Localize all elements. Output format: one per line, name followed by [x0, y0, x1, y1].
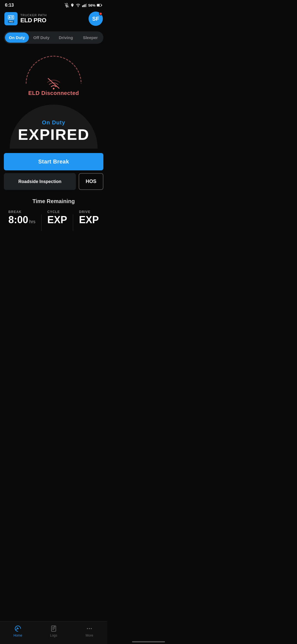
- cycle-value: EXP: [47, 215, 67, 225]
- action-buttons: Start Break Roadside Inspection HOS: [0, 153, 107, 190]
- app-header: PRO TRUCKER PATH ELD PRO SF: [0, 9, 107, 29]
- svg-rect-7: [86, 4, 87, 7]
- svg-rect-6: [85, 4, 86, 7]
- battery-icon: [97, 3, 102, 7]
- brand-name: TRUCKER PATH: [20, 13, 47, 17]
- svg-rect-5: [83, 5, 84, 7]
- divider-2: [73, 214, 73, 231]
- notification-badge: [99, 12, 102, 15]
- eld-disconnected-icon: [46, 77, 61, 90]
- eld-section: ELD Disconnected: [0, 44, 107, 99]
- time-remaining-title: Time Remaining: [6, 198, 102, 204]
- svg-rect-11: [9, 17, 10, 18]
- wifi-icon: [76, 3, 81, 7]
- divider-1: [41, 214, 42, 231]
- time-remaining-section: Time Remaining BREAK 8:00 hrs CYCLE EXP …: [0, 190, 107, 236]
- status-icons: 56%: [65, 3, 102, 7]
- svg-rect-9: [97, 4, 100, 6]
- location-icon: [70, 3, 74, 7]
- duty-tabs: On Duty Off Duty Driving Sleeper: [4, 31, 103, 44]
- svg-rect-12: [11, 17, 13, 17]
- status-label: On Duty: [42, 119, 65, 126]
- drive-label: DRIVE: [79, 210, 90, 214]
- avatar-initials: SF: [92, 16, 99, 22]
- signal-icon: [82, 3, 87, 7]
- svg-point-3: [78, 7, 78, 7]
- svg-rect-10: [8, 16, 14, 19]
- cycle-label: CYCLE: [47, 210, 60, 214]
- break-time-col: BREAK 8:00 hrs: [9, 210, 35, 225]
- tab-driving[interactable]: Driving: [54, 32, 78, 43]
- secondary-buttons: Roadside Inspection HOS: [4, 173, 103, 190]
- hos-button[interactable]: HOS: [79, 173, 103, 190]
- drive-time-col: DRIVE EXP: [79, 210, 99, 225]
- svg-rect-4: [82, 6, 83, 7]
- pro-badge: PRO: [8, 20, 14, 23]
- product-name: ELD PRO: [20, 17, 47, 24]
- svg-point-14: [53, 88, 54, 89]
- status-circle-area: On Duty EXPIRED: [0, 105, 107, 149]
- status-value: EXPIRED: [18, 127, 89, 142]
- tab-sleeper[interactable]: Sleeper: [78, 32, 102, 43]
- break-value: 8:00: [9, 215, 28, 225]
- eld-icon-area: ELD Disconnected: [28, 77, 79, 96]
- cycle-time-col: CYCLE EXP: [47, 210, 67, 225]
- logo-text: TRUCKER PATH ELD PRO: [20, 13, 47, 24]
- app-logo: PRO: [4, 12, 18, 25]
- break-label: BREAK: [9, 210, 22, 214]
- time-grid: BREAK 8:00 hrs CYCLE EXP DRIVE EXP: [6, 210, 102, 231]
- status-bar-time: 6:13: [5, 3, 14, 8]
- user-avatar[interactable]: SF: [89, 12, 103, 26]
- mute-icon: [65, 3, 69, 7]
- tab-on-duty[interactable]: On Duty: [5, 32, 29, 43]
- start-break-button[interactable]: Start Break: [4, 153, 103, 170]
- battery-text: 56%: [88, 3, 95, 7]
- roadside-inspection-button[interactable]: Roadside Inspection: [4, 173, 76, 190]
- drive-value: EXP: [79, 215, 99, 225]
- status-bar: 6:13: [0, 0, 107, 9]
- eld-disconnected-text: ELD Disconnected: [28, 90, 79, 96]
- status-semicircle: On Duty EXPIRED: [10, 105, 98, 149]
- logo-area: PRO TRUCKER PATH ELD PRO: [4, 12, 47, 25]
- tab-off-duty[interactable]: Off Duty: [29, 32, 53, 43]
- break-unit: hrs: [29, 219, 35, 224]
- svg-rect-13: [11, 18, 13, 18]
